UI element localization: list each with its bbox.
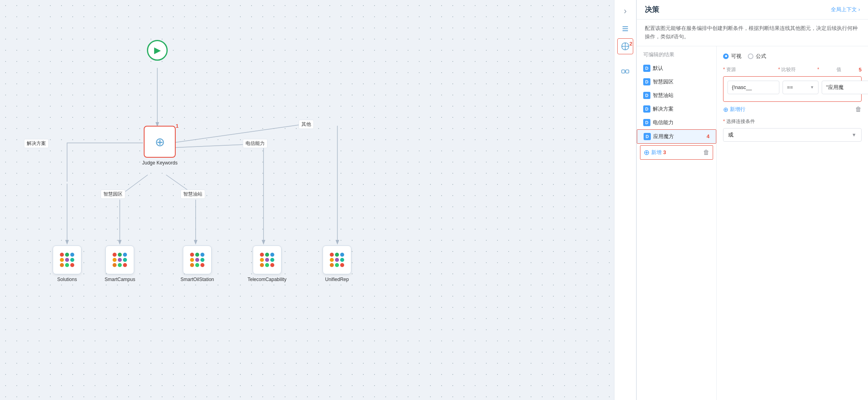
connect-value: 或: [728, 131, 733, 139]
edge-label-zhihui-oil: 智慧油站: [180, 190, 205, 199]
d-badge-solution: D: [643, 105, 650, 113]
sidebar-connect-btn[interactable]: [617, 63, 633, 79]
add-result-row[interactable]: ⊕ 新增 3 🗑: [640, 145, 713, 160]
value-input[interactable]: [822, 81, 868, 94]
source-col-header: 资源: [723, 66, 775, 73]
solutions-label: Solutions: [57, 277, 77, 282]
svg-rect-6: [622, 26, 628, 27]
radio-visible-label: 可视: [731, 53, 741, 60]
add-row-plus-icon: ⊕: [723, 106, 728, 113]
sidebar: › 2: [614, 0, 636, 400]
solutions-node-box[interactable]: [53, 246, 81, 274]
d-badge-oil: D: [643, 92, 650, 99]
connect-arrow-icon: ▼: [852, 132, 856, 138]
delete-row-icon[interactable]: 🗑: [855, 106, 862, 113]
judge-node-box[interactable]: ⊕: [144, 126, 176, 158]
judge-node[interactable]: ⊕ Judge Keywords: [142, 126, 178, 166]
result-item-telecom[interactable]: D 电信能力: [637, 116, 716, 129]
unified-icon: [330, 253, 344, 267]
radio-visible-indicator: [723, 53, 729, 59]
result-item-campus[interactable]: D 智慧园区: [637, 75, 716, 89]
canvas-svg: [0, 0, 614, 400]
edge-label-jiejue: 解决方案: [24, 139, 49, 148]
panel-header: 决策 全局上下文 ›: [637, 0, 868, 20]
connect-condition-label: 选择连接条件: [723, 118, 862, 125]
comparator-value: ==: [787, 84, 793, 90]
connect-icon: [621, 67, 630, 76]
result-item-appmagic[interactable]: D 应用魔方 4: [637, 129, 716, 144]
edge-label-zhihui-campus: 智慧园区: [101, 190, 125, 199]
smart-oil-node-box[interactable]: [183, 246, 212, 274]
badge-1: 1: [176, 123, 178, 129]
results-header: 可编辑的结果: [637, 51, 716, 61]
comparator-select[interactable]: == ▼: [783, 81, 818, 94]
connect-section: 选择连接条件 或 ▼: [723, 118, 862, 142]
badge-5: 5: [859, 67, 862, 73]
add-row-label: 新增行: [730, 106, 745, 113]
result-label-default: 默认: [653, 65, 663, 72]
d-badge-campus: D: [643, 78, 650, 85]
edge-label-qita: 其他: [299, 120, 314, 129]
panel-title: 决策: [645, 5, 659, 14]
move-icon: [621, 42, 630, 51]
value-label-text: 值: [836, 66, 841, 73]
result-label-solution: 解决方案: [653, 105, 674, 113]
telecom-node-box[interactable]: [253, 246, 281, 274]
smart-oil-label: SmartOilStation: [180, 277, 214, 282]
svg-rect-7: [622, 28, 628, 29]
right-panel: 决策 全局上下文 › 配置该图元能够在服务编排中创建判断条件，根据判断结果连线其…: [636, 0, 868, 400]
svg-rect-16: [622, 70, 625, 73]
sidebar-expand-btn[interactable]: ›: [617, 3, 633, 19]
telecom-node[interactable]: TelecomCapability: [248, 246, 286, 282]
result-item-solution[interactable]: D 解决方案: [637, 102, 716, 116]
unified-node[interactable]: UnifiedRep: [323, 246, 351, 282]
smart-campus-icon: [113, 253, 127, 267]
result-label-oil: 智慧油站: [653, 92, 674, 99]
smart-oil-node[interactable]: SmartOilStation: [180, 246, 214, 282]
d-badge-appmagic: D: [644, 133, 651, 140]
result-label-telecom: 电信能力: [653, 119, 674, 126]
radio-visible[interactable]: 可视: [723, 53, 741, 60]
smart-campus-node-box[interactable]: [105, 246, 134, 274]
field-row-header: 资源 比较符 值 5: [723, 66, 862, 73]
add-result-label: 新增: [651, 149, 662, 156]
sidebar-list-btn[interactable]: [617, 21, 633, 37]
result-item-default[interactable]: D 默认: [637, 61, 716, 75]
radio-formula-indicator: [748, 53, 753, 59]
solutions-icon: [60, 253, 74, 267]
solutions-node[interactable]: Solutions: [53, 246, 81, 282]
smart-campus-label: SmartCampus: [105, 277, 135, 282]
badge-2: 2: [629, 41, 632, 47]
delete-result-icon[interactable]: 🗑: [703, 149, 709, 156]
svg-rect-8: [622, 30, 628, 31]
results-list: 可编辑的结果 D 默认 D 智慧园区 D 智慧油站 D 解决方案 D 电信能力: [637, 46, 717, 400]
condition-row: == ▼: [727, 81, 857, 94]
panel-description: 配置该图元能够在服务编排中创建判断条件，根据判断结果连线其他图元，决定后续执行何…: [637, 20, 868, 46]
panel-body: 可编辑的结果 D 默认 D 智慧园区 D 智慧油站 D 解决方案 D 电信能力: [637, 46, 868, 400]
result-label-appmagic: 应用魔方: [653, 133, 674, 140]
radio-formula[interactable]: 公式: [748, 53, 766, 60]
result-item-oil[interactable]: D 智慧油站: [637, 89, 716, 102]
source-input[interactable]: [727, 81, 779, 94]
comparator-arrow: ▼: [810, 85, 814, 89]
add-plus-icon: ⊕: [644, 148, 650, 157]
value-col-header: 值 5: [817, 66, 862, 73]
condition-box: == ▼: [723, 76, 862, 102]
radio-row: 可视 公式: [723, 53, 862, 60]
list-icon: [621, 25, 629, 33]
d-badge-telecom: D: [643, 119, 650, 126]
smart-campus-node[interactable]: SmartCampus: [105, 246, 135, 282]
radio-formula-label: 公式: [756, 53, 766, 60]
badge-3: 3: [663, 149, 666, 155]
panel-link[interactable]: 全局上下文 ›: [831, 6, 860, 13]
unified-node-box[interactable]: [323, 246, 351, 274]
add-row-button[interactable]: ⊕ 新增行 🗑: [723, 106, 862, 113]
start-node[interactable]: ▶: [147, 40, 168, 61]
judge-node-label: Judge Keywords: [142, 160, 178, 166]
unified-label: UnifiedRep: [325, 277, 349, 282]
telecom-label: TelecomCapability: [248, 277, 286, 282]
canvas: ▶ ⊕ Judge Keywords 1 解决方案 其他 电信能力 智慧园区 智…: [0, 0, 614, 400]
d-badge-default: D: [643, 65, 650, 72]
connect-select[interactable]: 或 ▼: [723, 128, 862, 142]
svg-rect-17: [626, 70, 629, 73]
